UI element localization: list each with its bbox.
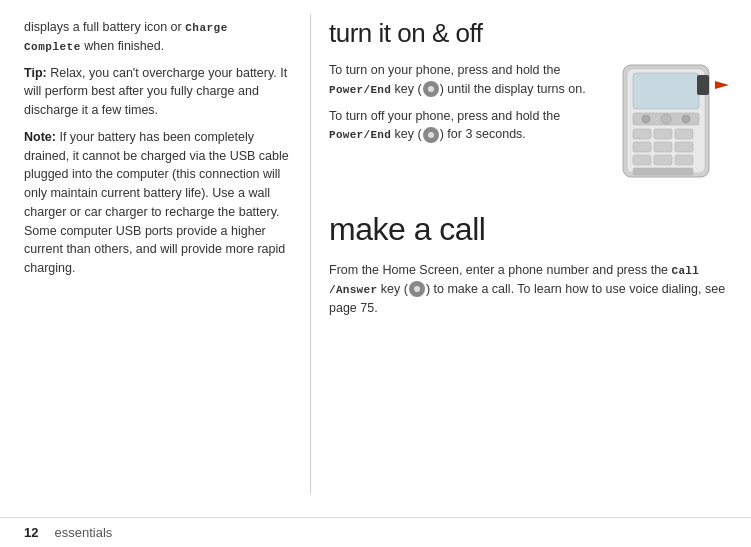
svg-rect-16 xyxy=(633,168,693,175)
svg-rect-17 xyxy=(697,75,709,95)
power-end-key-2: Power/End xyxy=(329,129,391,141)
phone-image xyxy=(619,61,729,181)
essentials-label: essentials xyxy=(54,525,112,540)
note-paragraph: Note: If your battery has been completel… xyxy=(24,128,290,278)
left-column: displays a full battery icon or Charge C… xyxy=(0,0,310,547)
svg-rect-13 xyxy=(633,155,651,165)
make-call-paragraph: From the Home Screen, enter a phone numb… xyxy=(329,261,729,317)
svg-rect-9 xyxy=(675,129,693,139)
bottom-bar: 12 essentials xyxy=(0,517,751,547)
turn-on-until: ) until the display turns on. xyxy=(440,82,586,96)
right-column: turn it on & off xyxy=(311,0,751,547)
tip-paragraph: Tip: Relax, you can't overcharge your ba… xyxy=(24,64,290,120)
note-label: Note: xyxy=(24,130,56,144)
svg-point-6 xyxy=(682,115,690,123)
svg-rect-15 xyxy=(675,155,693,165)
power-key-symbol-2 xyxy=(423,127,439,143)
turn-on-content: To turn on your phone, press and hold th… xyxy=(329,61,729,189)
call-key-symbol xyxy=(409,281,425,297)
make-call-section: make a call From the Home Screen, enter … xyxy=(329,205,729,317)
svg-rect-14 xyxy=(654,155,672,165)
when-finished-text: when finished. xyxy=(81,39,164,53)
phone-image-area xyxy=(619,61,729,181)
note-text: If your battery has been completely drai… xyxy=(24,130,289,275)
tip-label: Tip: xyxy=(24,66,47,80)
make-call-title: make a call xyxy=(329,205,729,253)
make-call-text-start: From the Home Screen, enter a phone numb… xyxy=(329,263,672,277)
page-number: 12 xyxy=(24,525,38,540)
make-call-key-mid: key ( xyxy=(377,282,408,296)
power-end-key-1: Power/End xyxy=(329,84,391,96)
power-key-symbol-1 xyxy=(423,81,439,97)
svg-rect-7 xyxy=(633,129,651,139)
turn-off-key-label: key ( xyxy=(391,127,422,141)
turn-off-seconds: ) for 3 seconds. xyxy=(440,127,526,141)
turn-on-title: turn it on & off xyxy=(329,14,729,53)
svg-point-4 xyxy=(642,115,650,123)
turn-on-key-mid: key ( xyxy=(391,82,422,96)
svg-point-5 xyxy=(661,114,671,124)
displays-text: displays a full battery icon or xyxy=(24,20,185,34)
turn-on-section: turn it on & off xyxy=(329,14,729,189)
svg-rect-12 xyxy=(675,142,693,152)
phone-svg xyxy=(619,61,729,181)
charge-complete-para: displays a full battery icon or Charge C… xyxy=(24,18,290,56)
svg-marker-18 xyxy=(715,81,729,89)
svg-rect-10 xyxy=(633,142,651,152)
svg-rect-8 xyxy=(654,129,672,139)
turn-on-text-start: To turn on your phone, press and hold th… xyxy=(329,63,560,77)
svg-rect-11 xyxy=(654,142,672,152)
turn-off-text-start: To turn off your phone, press and hold t… xyxy=(329,109,560,123)
tip-text: Relax, you can't overcharge your battery… xyxy=(24,66,287,118)
svg-rect-2 xyxy=(633,73,699,109)
